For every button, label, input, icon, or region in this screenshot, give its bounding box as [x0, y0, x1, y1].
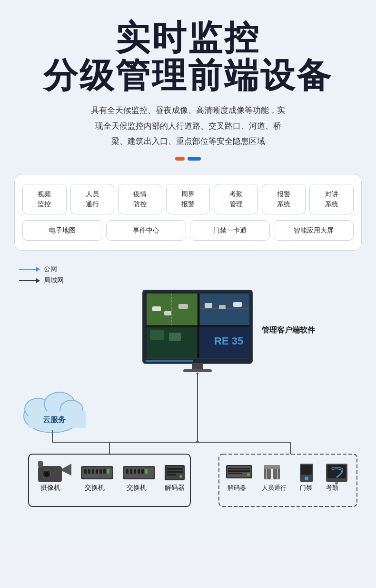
svg-rect-6 — [152, 306, 161, 311]
svg-rect-44 — [38, 461, 43, 467]
feature-grid-top: 视频监控 人员通行 疫情防控 周界报警 考勤管理 报警系统 对讲系统 — [22, 184, 354, 214]
svg-rect-7 — [164, 311, 171, 315]
svg-rect-9 — [200, 294, 249, 326]
title-line2: 分级管理前端设备 — [14, 57, 362, 94]
page-wrapper: 实时监控 分级管理前端设备 具有全天候监控、昼夜成像、高清晰度成像等功能，实 现… — [0, 0, 376, 537]
feature-item-events: 事件中心 — [106, 220, 186, 241]
svg-text:摄像机: 摄像机 — [40, 484, 60, 491]
svg-rect-59 — [130, 469, 132, 474]
feature-item-video: 视频监控 — [22, 184, 67, 214]
svg-rect-60 — [134, 469, 136, 474]
svg-text:解码器: 解码器 — [165, 484, 185, 491]
feature-item-alarm: 报警系统 — [262, 184, 306, 214]
svg-rect-11 — [205, 303, 212, 308]
diagram-svg: RE 35 管理客户端软件 云服务 — [14, 290, 362, 518]
svg-text:考勤: 考勤 — [326, 484, 338, 491]
svg-rect-75 — [228, 468, 250, 469]
svg-rect-82 — [264, 465, 280, 469]
feature-item-access: 门禁一卡通 — [190, 220, 270, 241]
title-line1: 实时监控 — [14, 19, 362, 57]
svg-rect-63 — [145, 469, 148, 474]
svg-rect-68 — [167, 471, 183, 473]
svg-rect-62 — [141, 469, 144, 474]
svg-rect-61 — [138, 469, 140, 474]
feature-item-epidemic: 疫情防控 — [118, 184, 162, 214]
svg-rect-58 — [126, 469, 129, 474]
public-network-text: 公网 — [44, 265, 57, 274]
svg-text:云服务: 云服务 — [43, 416, 66, 424]
svg-marker-95 — [196, 372, 199, 374]
feature-card: 视频监控 人员通行 疫情防控 周界报警 考勤管理 报警系统 对讲系统 电子地图 … — [14, 174, 362, 251]
main-title: 实时监控 分级管理前端设备 — [14, 19, 362, 94]
svg-rect-50 — [96, 469, 98, 474]
svg-rect-15 — [150, 330, 164, 340]
feature-grid-bottom: 电子地图 事件中心 门禁一卡通 智能应用大屏 — [22, 220, 354, 241]
svg-rect-21 — [146, 358, 249, 359]
feature-item-screen: 智能应用大屏 — [274, 220, 354, 241]
svg-rect-69 — [167, 474, 176, 476]
svg-text:交换机: 交换机 — [127, 484, 147, 491]
feature-item-intercom: 对讲系统 — [309, 184, 354, 214]
feature-item-perimeter: 周界报警 — [166, 184, 210, 214]
svg-rect-47 — [84, 469, 87, 474]
svg-rect-77 — [228, 473, 242, 474]
diagram-section: 公网 局域网 — [14, 265, 362, 518]
dot-blue — [188, 157, 201, 161]
svg-rect-13 — [233, 302, 242, 307]
svg-rect-87 — [301, 465, 312, 475]
svg-text:门禁: 门禁 — [300, 484, 312, 491]
svg-rect-16 — [169, 333, 181, 341]
svg-marker-41 — [62, 464, 71, 476]
svg-rect-76 — [228, 470, 250, 472]
lan-network-text: 局域网 — [44, 276, 64, 285]
network-labels: 公网 局域网 — [19, 265, 362, 285]
svg-point-78 — [247, 473, 250, 476]
feature-item-emap: 电子地图 — [22, 220, 102, 241]
svg-rect-52 — [103, 469, 106, 474]
svg-point-70 — [179, 475, 182, 478]
svg-rect-25 — [183, 369, 212, 372]
svg-rect-23 — [146, 360, 193, 362]
svg-text:管理客户端软件: 管理客户端软件 — [262, 325, 316, 334]
svg-rect-24 — [192, 364, 203, 369]
sub-description: 具有全天候监控、昼夜成像、高清晰度成像等功能，实 现全天候监控内部的人行道路、交… — [24, 103, 352, 149]
header-section: 实时监控 分级管理前端设备 具有全天候监控、昼夜成像、高清晰度成像等功能，实 现… — [14, 19, 362, 161]
svg-text:交换机: 交换机 — [85, 484, 105, 491]
network-label-lan: 局域网 — [19, 276, 362, 285]
dot-orange — [175, 157, 185, 161]
svg-rect-51 — [99, 469, 102, 474]
svg-text:人员通行: 人员通行 — [262, 484, 287, 491]
svg-text:解码器: 解码器 — [228, 484, 246, 491]
svg-text:RE 35: RE 35 — [214, 335, 243, 347]
svg-rect-67 — [167, 468, 183, 470]
svg-point-43 — [45, 472, 49, 476]
svg-rect-49 — [92, 469, 94, 474]
feature-item-attendance: 考勤管理 — [214, 184, 258, 214]
svg-point-88 — [305, 476, 308, 480]
svg-rect-53 — [107, 469, 109, 474]
feature-item-person: 人员通行 — [70, 184, 115, 214]
svg-rect-48 — [88, 469, 90, 474]
network-label-public: 公网 — [19, 265, 362, 274]
dots-indicator — [14, 157, 362, 161]
svg-rect-12 — [219, 305, 226, 309]
svg-rect-8 — [178, 304, 188, 309]
